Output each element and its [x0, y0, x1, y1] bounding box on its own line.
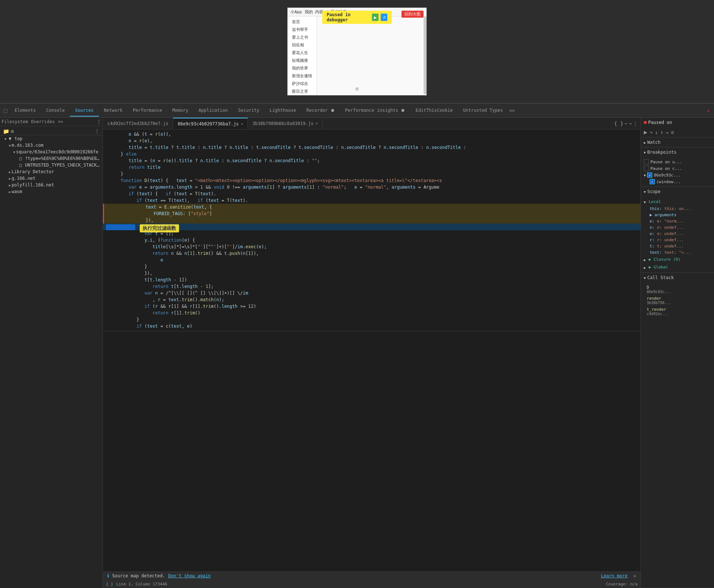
line-code-15: "title" === e) { [121, 224, 640, 230]
tree-label-top: top [14, 136, 100, 141]
scope-global[interactable]: ▶ Global [644, 263, 711, 271]
deactivate-btn[interactable]: ⊘ [671, 129, 674, 135]
cs-item-render[interactable]: render 3b38b798... [644, 295, 711, 306]
tab-untrusted-types[interactable]: Untrusted Types [458, 105, 508, 117]
step-into-btn[interactable]: ↓ [655, 129, 658, 135]
menu-item-3[interactable]: 回应相 [289, 41, 315, 49]
step-out-btn[interactable]: ↑ [660, 129, 663, 135]
tab-more-tree[interactable]: >> [58, 119, 63, 124]
devtools-panel: ⬚ Elements Console Sources Network Perfo… [0, 103, 714, 588]
line-code-14: }), [122, 217, 640, 224]
menu-item-8[interactable]: 萨沙综合 [289, 80, 315, 88]
scope-arguments[interactable]: ▶ arguments [648, 212, 711, 218]
step-over-btn[interactable]: ↷ [650, 129, 653, 135]
inspector-icon[interactable]: ⬚ [1, 107, 10, 114]
tree-item-library-detector[interactable]: Library Detector [0, 168, 103, 175]
scope-o: o: o: undef... [648, 231, 711, 237]
devtools-close-button[interactable]: ✕ [704, 107, 713, 115]
code-tab-3[interactable]: 3b38b7989b66c8a93019.js ✕ [248, 118, 322, 129]
tab-recorder[interactable]: Recorder ⏺ [301, 105, 340, 117]
cs-item-d[interactable]: D 86e9c93c... [644, 284, 711, 295]
menu-item-0[interactable]: 首页 [289, 18, 315, 26]
step-btn[interactable]: → [665, 129, 668, 135]
tab-editthiscookie[interactable]: EditThisCookie [410, 105, 458, 117]
more-tabs-button[interactable]: >> [508, 107, 516, 115]
resume-debug-btn[interactable]: ▶ [644, 129, 647, 136]
file-tree-options[interactable]: ⋮ [94, 128, 100, 134]
tree-item-square[interactable]: square/63ea17eec8dc9d00019266fe [0, 149, 103, 155]
menu-item-5[interactable]: 短视频推 [289, 57, 315, 64]
code-tab-2[interactable]: 86e9c93c4b0297736ba7.js ✕ [173, 118, 248, 129]
menu-item-1[interactable]: 追书帮手 [289, 26, 315, 33]
line-code-28: return r[1].trim() [121, 310, 640, 316]
navigate-back-icon[interactable]: ← [625, 121, 628, 126]
code-tab-2-close[interactable]: ✕ [241, 122, 243, 126]
scope-local-header[interactable]: Local [644, 198, 711, 206]
scope-t: t: t: undef... [648, 243, 711, 249]
callstack-header[interactable]: Call Stack [641, 273, 714, 282]
cs-item-t-render[interactable]: t_render c4d92ec... [644, 306, 711, 317]
tree-item-wasm[interactable]: wasm [0, 188, 103, 195]
tree-item-m163[interactable]: m.ds.163.com [0, 142, 103, 149]
tab-filesystem[interactable]: Filesystem [1, 119, 28, 124]
code-tab-3-close[interactable]: ✕ [316, 121, 318, 125]
callstack-section: Call Stack D 86e9c93c... render 3b38b798… [641, 273, 714, 588]
code-line-23: t[t.length - 1]) [103, 277, 640, 283]
corner-button[interactable]: 回到大图 [401, 11, 424, 18]
tab-console[interactable]: Console [41, 105, 70, 117]
breakpoint-window-row: (window... [644, 178, 711, 185]
code-editor[interactable]: o && (t = r(o)), n = r(e), title = t.tit… [103, 129, 640, 571]
tree-item-untrusted[interactable]: □ UNTRUSTED_TYPES_CHECK_STACK_BELOW [0, 162, 103, 168]
bp-window-checkbox[interactable] [650, 179, 655, 184]
code-editor-area: c4d92ecff2ed3bb270e7.js 86e9c93c4b029773… [103, 118, 640, 588]
file-tree-menu[interactable]: ⋮ [97, 119, 101, 124]
menu-item-7[interactable]: 新强女邀情 [289, 72, 315, 80]
scope-closure[interactable]: ▶ Closure (9) [644, 256, 711, 263]
dont-show-again-button[interactable]: Don't show again [168, 573, 211, 578]
menu-item-6[interactable]: 我的世界 [289, 64, 315, 72]
webpage-menu: 首页 追书帮手 爱上之书 回应相 爱花人生 短视频推 我的世界 新强女邀情 萨沙… [288, 17, 317, 95]
tab-sources[interactable]: Sources [70, 105, 99, 117]
navigate-forward-icon[interactable]: → [629, 121, 632, 126]
code-line-16: var t = []; [103, 230, 640, 237]
split-editor-icon[interactable]: ⊞ [11, 128, 14, 134]
code-tab-1[interactable]: c4d92ecff2ed3bb270e7.js [103, 118, 173, 129]
resume-button[interactable]: ▶ [372, 14, 379, 21]
tab-memory[interactable]: Memory [167, 105, 193, 117]
breakpoints-expand-icon [644, 150, 646, 155]
format-button[interactable]: { } [614, 121, 623, 126]
scope-closure-expand [644, 257, 646, 262]
pause-caught-checkbox[interactable] [644, 166, 649, 171]
watch-expand-icon [644, 140, 646, 145]
stepover-button[interactable]: ↺ [381, 14, 388, 21]
menu-item-9[interactable]: 眼目之变 [289, 88, 315, 95]
file-icon-untrusted: □ [18, 163, 24, 168]
tab-performance-insights[interactable]: Performance insights ⏺ [340, 105, 411, 117]
tab-performance[interactable]: Performance [128, 105, 167, 117]
scope-header[interactable]: Scope [641, 187, 714, 196]
menu-item-4[interactable]: 爱花人生 [289, 49, 315, 57]
menu-item-2[interactable]: 爱上之书 [289, 33, 315, 41]
tab-security[interactable]: Security [233, 105, 265, 117]
scrollbar[interactable] [424, 17, 426, 95]
bp-86e9c93-checkbox[interactable] [647, 172, 652, 178]
horizontal-scrollbar[interactable] [103, 331, 640, 334]
tab-application[interactable]: Application [193, 105, 233, 117]
source-map-close[interactable]: ✕ [633, 573, 636, 578]
tree-item-polyfill[interactable]: polyfill.166.net [0, 182, 103, 188]
watch-section-header[interactable]: Watch [641, 138, 714, 147]
tree-item-top[interactable]: ▼ top [0, 135, 103, 142]
pause-uncaught-checkbox[interactable] [644, 159, 649, 164]
code-tab-3-label: 3b38b7989b66c8a93019.js [252, 121, 313, 126]
breakpoints-header[interactable]: Breakpoints [641, 147, 714, 157]
tab-lighthouse[interactable]: Lighthouse [264, 105, 301, 117]
tab-network[interactable]: Network [99, 105, 128, 117]
line-code-13: FORBID_TAGS: ["style"] [122, 210, 640, 217]
new-folder-icon[interactable]: 📁 [3, 128, 9, 134]
tree-item-type-file[interactable]: □ ?type=%E6%9C%80%E6%96%B0%E8%AE%A8 [0, 155, 103, 162]
tab-elements[interactable]: Elements [10, 105, 41, 117]
tab-overrides[interactable]: Overrides [31, 119, 55, 124]
more-code-options[interactable]: ⋮ [633, 121, 638, 126]
learn-more-link[interactable]: Learn more [601, 573, 628, 578]
tree-item-g166[interactable]: g.166.net [0, 175, 103, 182]
